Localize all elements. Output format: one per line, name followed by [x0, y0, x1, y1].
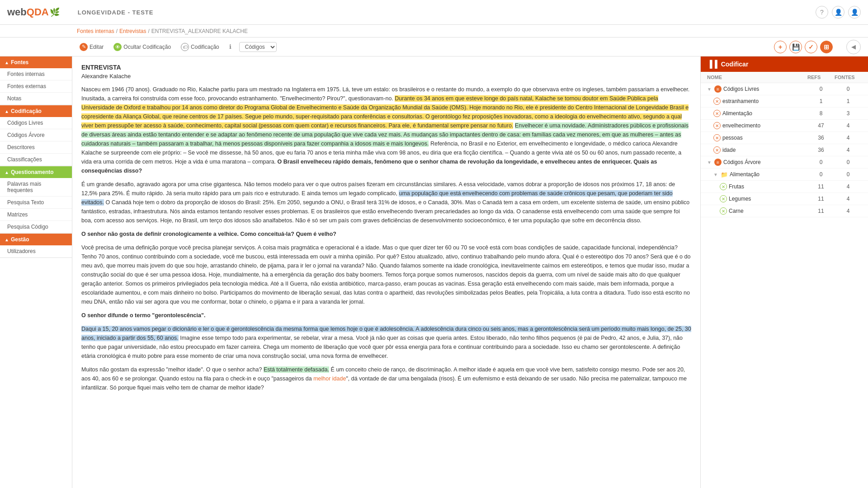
alimentacao-arvore-refs: 0	[807, 171, 835, 178]
alimentacao-arvore-fontes: 0	[835, 171, 862, 178]
grid-button[interactable]: ⊞	[820, 41, 833, 53]
collapse-button[interactable]: ◀	[846, 40, 861, 54]
alimentacao-arvore-row[interactable]: ▼ 📁 Alimentação 0 0	[701, 169, 868, 181]
sidebar-item-matrizes[interactable]: Matrizes	[0, 209, 72, 221]
edit-button[interactable]: ✎ Editar	[77, 42, 106, 52]
pessoas-fontes: 4	[835, 135, 862, 141]
codigos-livres-refs: 0	[807, 86, 835, 92]
add-button[interactable]: +	[774, 41, 787, 53]
carne-refs: 11	[807, 208, 835, 214]
header-icons: ? 👤 👤	[816, 6, 861, 19]
alimentacao-folder-icon: 📁	[721, 171, 728, 178]
eye-icon: 👁	[113, 43, 122, 51]
sidebar-section-gestao: ▲ Gestão Utilizadores	[0, 234, 72, 258]
sidebar-item-notas[interactable]: Notas	[0, 93, 72, 105]
sidebar-item-palavras[interactable]: Palavras mais frequentes	[0, 178, 72, 197]
expand-alimentacao-icon[interactable]: ▼	[713, 172, 719, 177]
expand-codigos-livres-icon[interactable]: ▼	[707, 87, 712, 92]
sidebar-header-codificacao[interactable]: ▲ Codificação	[0, 105, 72, 117]
help-button[interactable]: ?	[816, 6, 828, 19]
tag-icon: 🏷	[181, 43, 189, 51]
idade-fontes: 4	[835, 147, 862, 153]
alimentacao-livre-icon: ✕	[713, 110, 721, 117]
breadcrumb-entrevistas[interactable]: Entrevistas	[119, 28, 146, 34]
edit-label: Editar	[90, 44, 104, 50]
doc-para-4: Você precisa de uma definição porque voc…	[81, 243, 691, 306]
idade-row[interactable]: ✕ idade 36 4	[701, 144, 868, 156]
content-area: ENTREVISTA Alexandre Kalache Nasceu em 1…	[72, 56, 868, 488]
logo-web-text: web	[7, 6, 27, 18]
sidebar-section-codificacao: ▲ Codificação Códigos Livres Códigos Árv…	[0, 105, 72, 166]
envelhecimento-row[interactable]: ✕ envelhecimento 47 4	[701, 120, 868, 132]
expand-codigos-arvore-icon[interactable]: ▼	[707, 160, 712, 165]
user-button[interactable]: 👤	[832, 6, 844, 19]
sidebar-item-fontes-externas[interactable]: Fontes externas	[0, 80, 72, 93]
sidebar-header-questionamento[interactable]: ▲ Questionamento	[0, 166, 72, 178]
sidebar-item-utilizadores[interactable]: Utilizadores	[0, 245, 72, 258]
estranhamento-fontes: 1	[835, 98, 862, 104]
doc-para-6: Daqui a 15, 20 anos vamos pegar o dicion…	[81, 324, 691, 361]
doc-text: Nasceu em 1946 (70 anos). Graduado no Ri…	[81, 85, 691, 392]
breadcrumb-sep1: /	[116, 28, 118, 34]
codes-select[interactable]: Códigos	[239, 42, 277, 52]
estranhamento-row[interactable]: ✕ estranhamento 1 1	[701, 95, 868, 108]
estranhamento-icon: ✕	[713, 98, 721, 105]
logo: webQDA🌿	[7, 6, 60, 18]
sidebar-header-fontes[interactable]: ▲ Fontes	[0, 56, 72, 68]
sidebar-section-questionamento: ▲ Questionamento Palavras mais frequente…	[0, 166, 72, 234]
doc-para-1: Nasceu em 1946 (70 anos). Graduado no Ri…	[81, 85, 691, 175]
codigos-arvore-row[interactable]: ▼ ≡ Códigos Árvore 0 0	[701, 156, 868, 169]
col-refs-header: REFS	[807, 75, 835, 80]
hide-coding-button[interactable]: 👁 Ocultar Codificação	[111, 42, 174, 52]
legumes-label: Legumes	[729, 196, 751, 202]
account-button[interactable]: 👤	[848, 6, 861, 19]
sidebar-item-pesquisa-codigo[interactable]: Pesquisa Código	[0, 221, 72, 233]
sidebar-item-classificacoes[interactable]: Classificações	[0, 154, 72, 166]
sidebar-item-codigos-arvore[interactable]: Códigos Árvore	[0, 129, 72, 141]
codigos-arvore-label: Códigos Árvore	[723, 159, 761, 165]
doc-para-2: É um grande desafio, agravado agora por …	[81, 180, 691, 225]
codify-panel: ▐▐ Codificar NOME REFS FONTES ▼ ≡ Código…	[701, 56, 868, 488]
sidebar-questionamento-label: Questionamento	[11, 169, 54, 175]
envelhecimento-icon: ✕	[713, 122, 721, 129]
document-panel: ENTREVISTA Alexandre Kalache Nasceu em 1…	[72, 56, 701, 488]
codigos-arvore-refs: 0	[807, 159, 835, 165]
alimentacao-livre-refs: 8	[807, 110, 835, 117]
save-button[interactable]: 💾	[789, 41, 802, 53]
sidebar-section-fontes: ▲ Fontes Fontes internas Fontes externas…	[0, 56, 72, 105]
logo-leaf-icon: 🌿	[50, 7, 60, 17]
carne-row[interactable]: ✕ Carne 11 4	[701, 205, 868, 217]
sidebar-header-gestao[interactable]: ▲ Gestão	[0, 234, 72, 245]
envelhecimento-fontes: 4	[835, 122, 862, 129]
frutas-label: Frutas	[729, 183, 744, 190]
coding-button[interactable]: 🏷 Codificação	[178, 42, 222, 52]
idade-refs: 36	[807, 147, 835, 153]
col-name-header: NOME	[707, 75, 807, 80]
codigos-livres-row[interactable]: ▼ ≡ Códigos Livres 0 0	[701, 83, 868, 95]
breadcrumb-current: ENTREVISTA_ALEXANDRE KALACHE	[151, 28, 248, 34]
chevron-codificacao-icon: ▲	[5, 109, 9, 114]
sidebar-item-descritores[interactable]: Descritores	[0, 141, 72, 154]
alimentacao-livre-label: Alimentação	[722, 110, 752, 117]
breadcrumb-fontes[interactable]: Fontes internas	[77, 28, 114, 34]
frutas-row[interactable]: ✕ Frutas 11 4	[701, 181, 868, 193]
bold-question-3: O senhor difunde o termo "gerontolescênc…	[81, 312, 205, 319]
estranhamento-label: estranhamento	[722, 98, 759, 104]
pessoas-row[interactable]: ✕ pessoas 36 4	[701, 132, 868, 144]
col-fontes-header: FONTES	[835, 75, 862, 80]
codify-icon: ▐▐	[707, 60, 717, 68]
sidebar-item-pesquisa-texto[interactable]: Pesquisa Texto	[0, 197, 72, 209]
header: webQDA🌿 LONGEVIDADE - TESTE ? 👤 👤	[0, 0, 868, 25]
sidebar-gestao-label: Gestão	[11, 236, 29, 243]
sidebar-item-fontes-internas[interactable]: Fontes internas	[0, 68, 72, 80]
melhor-idade-highlight: melhor idade	[313, 375, 346, 382]
alimentacao-livre-row[interactable]: ✕ Alimentação 8 3	[701, 108, 868, 120]
sidebar-item-codigos-livres[interactable]: Códigos Livres	[0, 117, 72, 129]
legumes-row[interactable]: ✕ Legumes 11 4	[701, 193, 868, 205]
highlight-green-2: Está totalmente defasada.	[264, 366, 329, 373]
toolbar: ✎ Editar 👁 Ocultar Codificação 🏷 Codific…	[0, 38, 868, 56]
hide-coding-label: Ocultar Codificação	[123, 44, 171, 50]
doc-para-3-q: O senhor não gosta de definir cronologic…	[81, 230, 691, 239]
confirm-button[interactable]: ✓	[805, 41, 817, 53]
bold-question-2: O senhor não gosta de definir cronologic…	[81, 231, 336, 237]
